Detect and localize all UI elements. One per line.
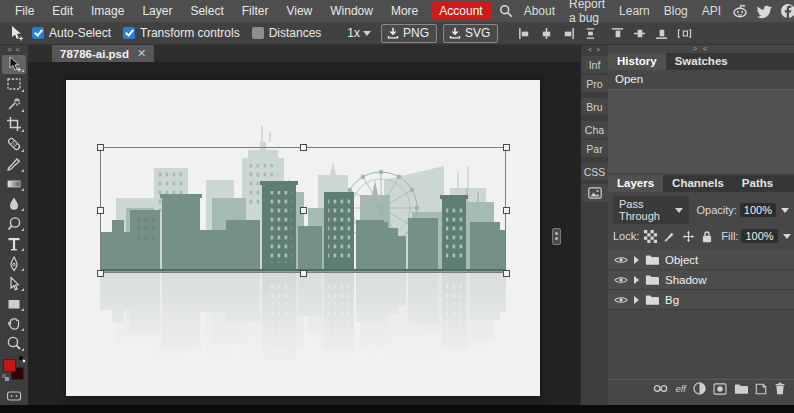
menu-file[interactable]: File bbox=[6, 0, 43, 22]
layer-mask-icon[interactable] bbox=[713, 383, 727, 395]
tool-magic-wand[interactable] bbox=[2, 95, 26, 114]
strip-collapse-handle[interactable]: < > bbox=[588, 45, 601, 54]
transform-handle-bottom-right[interactable] bbox=[503, 270, 510, 277]
auto-select-option[interactable]: Auto-Select bbox=[32, 26, 111, 40]
menu-learn[interactable]: Learn bbox=[612, 4, 657, 18]
menu-edit[interactable]: Edit bbox=[43, 0, 82, 22]
align-bottom-icon[interactable] bbox=[655, 27, 668, 40]
transform-handle-top-right[interactable] bbox=[503, 144, 510, 151]
distances-option[interactable]: Distances bbox=[252, 26, 322, 40]
align-top-icon[interactable] bbox=[611, 27, 624, 40]
opacity-value[interactable]: 100% bbox=[740, 203, 776, 217]
menu-view[interactable]: View bbox=[277, 0, 321, 22]
transform-handle-bottom-center[interactable] bbox=[300, 270, 307, 277]
new-group-icon[interactable] bbox=[734, 383, 748, 394]
distances-checkbox[interactable] bbox=[252, 27, 264, 39]
menu-image[interactable]: Image bbox=[82, 0, 133, 22]
tool-blur[interactable] bbox=[2, 194, 26, 213]
panel-button-preview[interactable] bbox=[582, 184, 608, 202]
transform-controls-checkbox[interactable] bbox=[123, 27, 135, 39]
menu-filter[interactable]: Filter bbox=[233, 0, 278, 22]
transform-handle-middle-right[interactable] bbox=[503, 207, 510, 214]
export-svg-button[interactable]: SVG bbox=[443, 24, 498, 43]
toolbar-collapse-handle[interactable]: > < bbox=[7, 45, 20, 54]
tab-layers[interactable]: Layers bbox=[608, 175, 663, 192]
transform-handle-top-center[interactable] bbox=[300, 144, 307, 151]
tool-brush[interactable] bbox=[2, 155, 26, 174]
twitter-link[interactable] bbox=[752, 3, 776, 19]
transform-controls-option[interactable]: Transform controls bbox=[123, 26, 240, 40]
adjustment-layer-icon[interactable] bbox=[693, 382, 706, 395]
link-layers-icon[interactable] bbox=[653, 384, 668, 393]
panel-button-properties[interactable]: Pro bbox=[582, 75, 608, 92]
layer-row-bg[interactable]: Bg bbox=[608, 290, 794, 310]
reddit-link[interactable] bbox=[728, 3, 752, 19]
tool-zoom[interactable] bbox=[2, 334, 26, 353]
foreground-color-swatch[interactable] bbox=[3, 359, 16, 372]
search-button[interactable] bbox=[495, 4, 517, 18]
tool-pen[interactable] bbox=[2, 254, 26, 273]
tool-crop[interactable] bbox=[2, 115, 26, 134]
close-tab-icon[interactable]: ✕ bbox=[137, 47, 146, 60]
visibility-eye-icon[interactable] bbox=[614, 295, 628, 305]
layer-row-shadow[interactable]: Shadow bbox=[608, 270, 794, 290]
lock-transparency-icon[interactable] bbox=[644, 230, 657, 243]
distribute-vertical-icon[interactable] bbox=[584, 27, 597, 40]
distribute-horizontal-icon[interactable] bbox=[677, 27, 692, 40]
align-right-icon[interactable] bbox=[562, 27, 575, 40]
panel-button-paragraph[interactable]: Par bbox=[582, 140, 608, 157]
delete-layer-trash-icon[interactable] bbox=[774, 382, 786, 395]
history-item-open[interactable]: Open bbox=[608, 70, 794, 88]
new-layer-icon[interactable] bbox=[755, 383, 767, 395]
facebook-link[interactable] bbox=[776, 3, 794, 19]
tab-paths[interactable]: Paths bbox=[733, 175, 782, 192]
menu-select[interactable]: Select bbox=[181, 0, 232, 22]
menu-more[interactable]: More bbox=[382, 0, 427, 22]
tool-marquee-select[interactable] bbox=[2, 75, 26, 94]
tool-more-options[interactable] bbox=[2, 386, 26, 405]
panel-button-brush[interactable]: Bru bbox=[582, 98, 608, 115]
tab-history[interactable]: History bbox=[608, 53, 666, 70]
menu-blog[interactable]: Blog bbox=[657, 4, 695, 18]
transform-handle-bottom-left[interactable] bbox=[97, 270, 104, 277]
visibility-eye-icon[interactable] bbox=[614, 275, 628, 285]
tool-move[interactable] bbox=[2, 55, 26, 74]
menu-about[interactable]: About bbox=[517, 4, 562, 18]
panel-collapse-handle[interactable]: > < bbox=[608, 45, 794, 53]
tool-type[interactable] bbox=[2, 234, 26, 253]
panel-button-character[interactable]: Cha bbox=[582, 121, 608, 138]
tool-direct-select[interactable] bbox=[2, 274, 26, 293]
color-swatches[interactable] bbox=[2, 356, 26, 378]
lock-position-icon[interactable] bbox=[682, 230, 695, 243]
align-middle-vertical-icon[interactable] bbox=[633, 27, 646, 40]
panel-button-css[interactable]: CSS bbox=[582, 163, 608, 180]
fill-value[interactable]: 100% bbox=[741, 229, 777, 243]
tab-swatches[interactable]: Swatches bbox=[666, 53, 737, 70]
tool-spot-healing[interactable] bbox=[2, 135, 26, 154]
layer-effects-button[interactable]: eff bbox=[675, 383, 686, 394]
transform-reference-point[interactable] bbox=[300, 207, 307, 214]
expand-layer-icon[interactable] bbox=[634, 256, 639, 264]
auto-select-checkbox[interactable] bbox=[32, 27, 44, 39]
lock-all-icon[interactable] bbox=[701, 230, 713, 243]
fill-dropdown-icon[interactable] bbox=[783, 234, 791, 239]
panel-resize-grip[interactable] bbox=[552, 228, 561, 245]
transform-handle-top-left[interactable] bbox=[97, 144, 104, 151]
transform-handle-middle-left[interactable] bbox=[97, 207, 104, 214]
layer-row-object[interactable]: Object bbox=[608, 250, 794, 270]
account-button[interactable]: Account bbox=[431, 2, 490, 20]
tool-hand[interactable] bbox=[2, 314, 26, 333]
opacity-dropdown-icon[interactable] bbox=[781, 208, 789, 213]
tool-gradient[interactable] bbox=[2, 175, 26, 194]
menu-window[interactable]: Window bbox=[321, 0, 382, 22]
export-png-button[interactable]: PNG bbox=[381, 24, 437, 43]
visibility-eye-icon[interactable] bbox=[614, 255, 628, 265]
expand-layer-icon[interactable] bbox=[634, 276, 639, 284]
swap-colors-icon[interactable] bbox=[2, 374, 9, 381]
panel-button-info[interactable]: Inf bbox=[582, 56, 608, 73]
tab-channels[interactable]: Channels bbox=[663, 175, 733, 192]
document-tab[interactable]: 78786-ai.psd ✕ bbox=[52, 45, 154, 62]
export-scale-select[interactable]: 1x bbox=[347, 26, 371, 40]
blend-mode-select[interactable]: Pass Through bbox=[613, 196, 689, 224]
expand-layer-icon[interactable] bbox=[634, 296, 639, 304]
